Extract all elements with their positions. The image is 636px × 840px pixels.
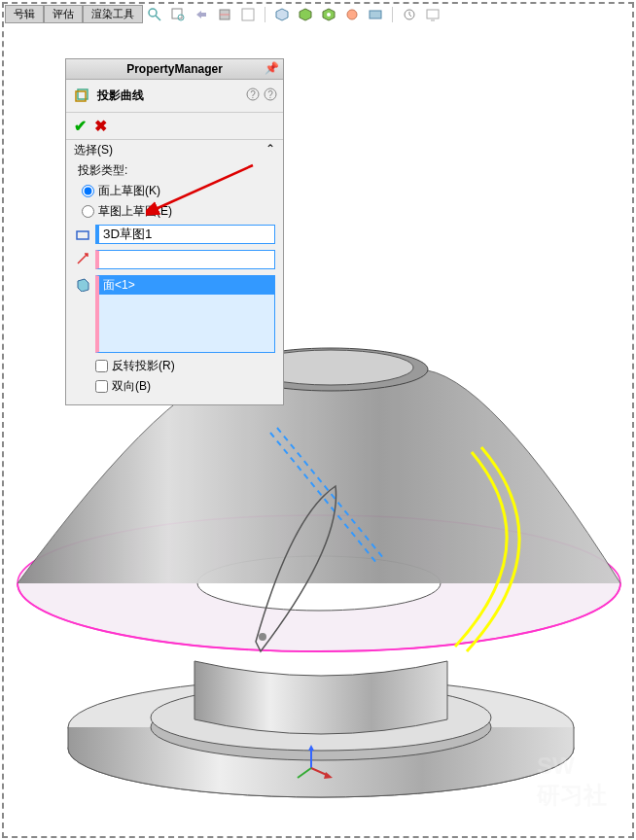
prev-view-icon[interactable] [193, 6, 210, 23]
svg-point-7 [327, 13, 331, 17]
radio-sketch-on-face[interactable]: 面上草图(K) [82, 181, 283, 201]
sketch-selection-input[interactable] [95, 225, 275, 244]
selection-section-header[interactable]: 选择(S) ⌃ [66, 140, 283, 160]
direction-row [66, 247, 283, 272]
svg-rect-2 [172, 9, 182, 18]
help-star-icon[interactable]: ? [264, 88, 277, 104]
zoom-area-icon[interactable] [169, 6, 187, 23]
sketch-selection-row [66, 222, 283, 247]
apply-scene-icon[interactable] [367, 6, 384, 23]
section-view-icon[interactable] [216, 6, 233, 23]
bidirectional-checkbox[interactable]: 双向(B) [95, 376, 283, 397]
svg-point-8 [347, 10, 357, 19]
projected-curve-icon [74, 86, 91, 106]
view-orientation-icon[interactable] [273, 6, 291, 23]
edit-appearance-icon[interactable] [343, 6, 361, 23]
display-icon[interactable] [424, 6, 442, 23]
view-toolbar [146, 5, 617, 24]
command-tab-bar: 号辑 评估 渲染工具 [5, 5, 143, 23]
svg-point-3 [178, 15, 184, 20]
panel-title-bar: PropertyManager 📌 [66, 59, 283, 80]
face-list-item[interactable]: 面<1> [99, 276, 274, 295]
svg-rect-17 [77, 231, 88, 239]
separator [265, 7, 265, 22]
watermark: SW研习社 [537, 752, 607, 811]
sketch-icon [74, 225, 91, 242]
face-selection-list[interactable]: 面<1> [95, 275, 275, 353]
ok-button[interactable]: ✔ [74, 117, 87, 135]
radio-sketch-on-sketch[interactable]: 草图上草图(E) [82, 201, 283, 222]
panel-title-text: PropertyManager [126, 62, 223, 76]
svg-text:?: ? [267, 89, 273, 100]
projection-type-label: 投影类型: [78, 160, 283, 181]
svg-point-0 [149, 9, 157, 17]
help-icon[interactable]: ? [246, 88, 260, 104]
property-manager-panel: PropertyManager 📌 投影曲线 ? ? ✔ ✖ 选择(S) ⌃ 投… [65, 58, 284, 405]
confirm-row: ✔ ✖ [66, 113, 283, 140]
feature-header: 投影曲线 ? ? [66, 80, 283, 113]
face-selection-row: 面<1> [66, 272, 283, 356]
svg-rect-9 [370, 11, 381, 18]
tab-edit[interactable]: 号辑 [5, 5, 44, 23]
display-style-icon[interactable] [297, 6, 314, 23]
direction-input[interactable] [95, 250, 275, 269]
reverse-projection-checkbox[interactable]: 反转投影(R) [95, 356, 283, 376]
svg-line-1 [156, 16, 160, 20]
separator [392, 7, 393, 22]
svg-text:?: ? [250, 89, 256, 100]
pin-icon[interactable]: 📌 [265, 61, 279, 75]
view-settings-icon[interactable] [401, 6, 418, 23]
dynamic-annotation-icon[interactable] [239, 6, 257, 23]
feature-title: 投影曲线 [97, 88, 144, 104]
tab-evaluate[interactable]: 评估 [44, 5, 83, 23]
collapse-chevron-icon[interactable]: ⌃ [265, 142, 275, 158]
face-icon [74, 275, 91, 293]
svg-point-32 [259, 633, 266, 641]
direction-icon [74, 250, 91, 267]
selection-section-label: 选择(S) [74, 142, 113, 158]
hide-show-icon[interactable] [320, 6, 337, 23]
svg-rect-6 [242, 9, 254, 20]
cancel-button[interactable]: ✖ [94, 117, 107, 135]
svg-rect-11 [427, 10, 439, 18]
zoom-fit-icon[interactable] [146, 6, 163, 23]
tab-render-tools[interactable]: 渲染工具 [83, 5, 143, 23]
